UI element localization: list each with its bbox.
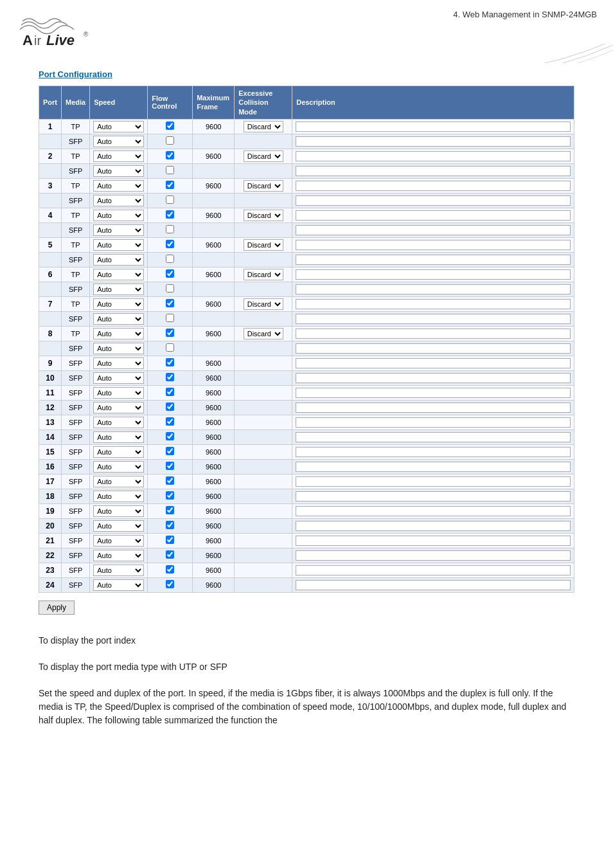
speed-select[interactable]: Auto10M Half10M Full100M Half100M Full10… [93, 565, 144, 576]
table-cell-flow[interactable] [148, 341, 193, 356]
table-cell-flow[interactable] [148, 178, 193, 193]
table-cell-flow[interactable] [148, 326, 193, 341]
table-cell-speed[interactable]: Auto10M Half10M Full100M Half100M Full10… [90, 193, 148, 208]
flow-control-checkbox[interactable] [166, 122, 174, 130]
description-input[interactable] [296, 314, 571, 324]
table-cell-speed[interactable]: Auto10M Half10M Full100M Half100M Full10… [90, 370, 148, 385]
flow-control-checkbox[interactable] [166, 240, 174, 248]
flow-control-checkbox[interactable] [166, 506, 174, 514]
table-cell-flow[interactable] [148, 503, 193, 518]
table-cell-flow[interactable] [148, 489, 193, 503]
table-cell-collision[interactable]: DiscardRestart [235, 326, 292, 341]
speed-select[interactable]: Auto10M Half10M Full100M Half100M Full10… [93, 284, 144, 295]
table-cell-flow[interactable] [148, 163, 193, 178]
table-cell-flow[interactable] [148, 134, 193, 149]
table-cell-speed[interactable]: Auto10M Half10M Full100M Half100M Full10… [90, 149, 148, 163]
table-cell-speed[interactable]: Auto10M Half10M Full100M Half100M Full10… [90, 577, 148, 592]
table-cell-speed[interactable]: Auto10M Half10M Full100M Half100M Full10… [90, 503, 148, 518]
collision-select[interactable]: DiscardRestart [244, 121, 283, 132]
table-cell-speed[interactable]: Auto10M Half10M Full100M Half100M Full10… [90, 444, 148, 459]
flow-control-checkbox[interactable] [166, 447, 174, 455]
table-cell-flow[interactable] [148, 444, 193, 459]
table-cell-flow[interactable] [148, 429, 193, 444]
speed-select[interactable]: Auto10M Half10M Full100M Half100M Full10… [93, 357, 144, 369]
speed-select[interactable]: Auto10M Half10M Full100M Half100M Full10… [93, 136, 144, 147]
description-input[interactable] [296, 580, 571, 590]
speed-select[interactable]: Auto10M Half10M Full100M Half100M Full10… [93, 550, 144, 561]
table-cell-speed[interactable]: Auto10M Half10M Full100M Half100M Full10… [90, 311, 148, 326]
table-cell-flow[interactable] [148, 385, 193, 400]
flow-control-checkbox[interactable] [166, 521, 174, 529]
speed-select[interactable]: Auto10M Half10M Full100M Half100M Full10… [93, 298, 144, 310]
flow-control-checkbox[interactable] [166, 491, 174, 500]
table-cell-speed[interactable]: Auto10M Half10M Full100M Half100M Full10… [90, 356, 148, 370]
speed-select[interactable]: Auto10M Half10M Full100M Half100M Full10… [93, 195, 144, 206]
description-input[interactable] [296, 181, 571, 191]
table-cell-desc[interactable] [292, 429, 574, 444]
flow-control-checkbox[interactable] [166, 402, 174, 411]
table-cell-speed[interactable]: Auto10M Half10M Full100M Half100M Full10… [90, 119, 148, 134]
table-cell-desc[interactable] [292, 533, 574, 548]
flow-control-checkbox[interactable] [166, 269, 174, 278]
table-cell-speed[interactable]: Auto10M Half10M Full100M Half100M Full10… [90, 563, 148, 577]
table-cell-desc[interactable] [292, 577, 574, 592]
table-cell-speed[interactable]: Auto10M Half10M Full100M Half100M Full10… [90, 548, 148, 563]
table-cell-collision[interactable]: DiscardRestart [235, 296, 292, 311]
table-cell-desc[interactable] [292, 237, 574, 252]
table-cell-desc[interactable] [292, 548, 574, 563]
table-cell-speed[interactable]: Auto10M Half10M Full100M Half100M Full10… [90, 208, 148, 222]
apply-button[interactable]: Apply [39, 601, 75, 615]
speed-select[interactable]: Auto10M Half10M Full100M Half100M Full10… [93, 328, 144, 339]
speed-select[interactable]: Auto10M Half10M Full100M Half100M Full10… [93, 431, 144, 443]
table-cell-flow[interactable] [148, 311, 193, 326]
table-cell-desc[interactable] [292, 311, 574, 326]
table-cell-speed[interactable]: Auto10M Half10M Full100M Half100M Full10… [90, 533, 148, 548]
description-input[interactable] [296, 329, 571, 339]
description-input[interactable] [296, 195, 571, 206]
description-input[interactable] [296, 122, 571, 132]
flow-control-checkbox[interactable] [166, 284, 174, 293]
description-input[interactable] [296, 402, 571, 413]
flow-control-checkbox[interactable] [166, 314, 174, 322]
table-cell-speed[interactable]: Auto10M Half10M Full100M Half100M Full10… [90, 237, 148, 252]
speed-select[interactable]: Auto10M Half10M Full100M Half100M Full10… [93, 372, 144, 384]
table-cell-desc[interactable] [292, 178, 574, 193]
collision-select[interactable]: DiscardRestart [244, 150, 283, 162]
table-cell-collision[interactable]: DiscardRestart [235, 178, 292, 193]
flow-control-checkbox[interactable] [166, 358, 174, 366]
speed-select[interactable]: Auto10M Half10M Full100M Half100M Full10… [93, 343, 144, 354]
description-input[interactable] [296, 388, 571, 398]
table-cell-flow[interactable] [148, 237, 193, 252]
description-input[interactable] [296, 536, 571, 546]
collision-select[interactable]: DiscardRestart [244, 239, 283, 251]
flow-control-checkbox[interactable] [166, 432, 174, 440]
table-cell-desc[interactable] [292, 134, 574, 149]
table-cell-flow[interactable] [148, 370, 193, 385]
table-cell-flow[interactable] [148, 400, 193, 415]
description-input[interactable] [296, 343, 571, 354]
table-cell-speed[interactable]: Auto10M Half10M Full100M Half100M Full10… [90, 326, 148, 341]
table-cell-desc[interactable] [292, 282, 574, 296]
speed-select[interactable]: Auto10M Half10M Full100M Half100M Full10… [93, 476, 144, 487]
flow-control-checkbox[interactable] [166, 181, 174, 189]
table-cell-desc[interactable] [292, 518, 574, 533]
speed-select[interactable]: Auto10M Half10M Full100M Half100M Full10… [93, 224, 144, 236]
table-cell-flow[interactable] [148, 296, 193, 311]
description-input[interactable] [296, 136, 571, 147]
table-cell-speed[interactable]: Auto10M Half10M Full100M Half100M Full10… [90, 415, 148, 429]
table-cell-desc[interactable] [292, 503, 574, 518]
table-cell-speed[interactable]: Auto10M Half10M Full100M Half100M Full10… [90, 429, 148, 444]
table-cell-desc[interactable] [292, 193, 574, 208]
table-cell-flow[interactable] [148, 119, 193, 134]
table-cell-collision[interactable]: DiscardRestart [235, 267, 292, 282]
table-cell-desc[interactable] [292, 489, 574, 503]
table-cell-desc[interactable] [292, 563, 574, 577]
table-cell-flow[interactable] [148, 563, 193, 577]
flow-control-checkbox[interactable] [166, 373, 174, 381]
flow-control-checkbox[interactable] [166, 151, 174, 159]
description-input[interactable] [296, 210, 571, 221]
table-cell-desc[interactable] [292, 370, 574, 385]
collision-select[interactable]: DiscardRestart [244, 180, 283, 192]
table-cell-desc[interactable] [292, 385, 574, 400]
description-input[interactable] [296, 550, 571, 561]
